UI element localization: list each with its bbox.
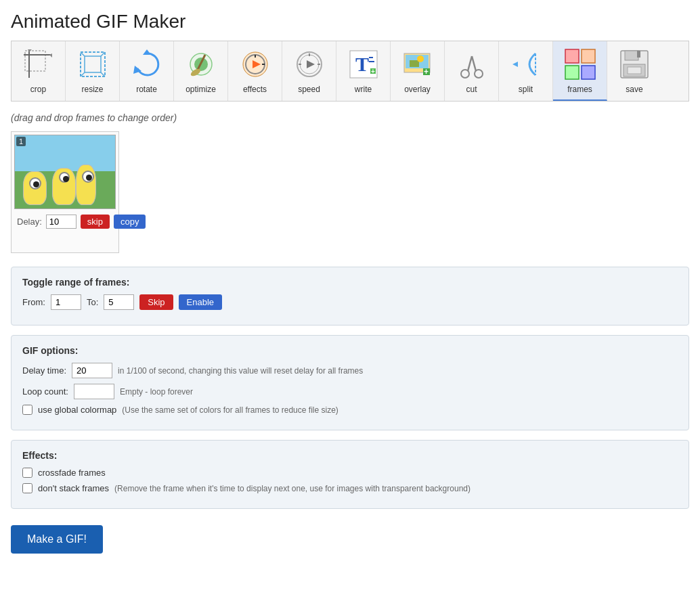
loop-row: Loop count: Empty - loop forever — [22, 384, 678, 399]
toolbar-label-overlay: overlay — [404, 85, 431, 94]
delay-hint: in 1/100 of second, changing this value … — [118, 366, 363, 376]
toolbar-item-frames[interactable]: frames — [553, 41, 607, 101]
svg-rect-48 — [565, 66, 579, 79]
toolbar-label-rotate: rotate — [136, 85, 157, 94]
toggle-range-row: From: To: Skip Enable — [22, 294, 678, 310]
delay-time-label: Delay time: — [22, 365, 66, 376]
toolbar-item-optimize[interactable]: optimize — [174, 41, 228, 101]
no-stack-label: don't stack frames — [38, 483, 109, 493]
svg-text:+: + — [424, 67, 429, 76]
toolbar-label-write: write — [355, 85, 372, 94]
frames-area: 1 Delay: skip copy — [11, 131, 689, 253]
no-stack-checkbox[interactable] — [22, 483, 32, 493]
speed-icon — [292, 47, 327, 82]
resize-icon — [75, 47, 110, 82]
toolbar: crop resize rotate — [11, 41, 689, 102]
gif-options-title: GIF options: — [22, 345, 678, 356]
toolbar-label-speed: speed — [298, 85, 320, 94]
from-input[interactable] — [51, 294, 81, 310]
svg-marker-44 — [512, 62, 518, 67]
toolbar-item-split[interactable]: split — [499, 41, 553, 101]
colormap-hint: (Use the same set of colors for all fram… — [122, 405, 338, 415]
toolbar-item-cut[interactable]: cut — [445, 41, 499, 101]
crossfade-checkbox[interactable] — [22, 468, 32, 478]
range-enable-button[interactable]: Enable — [179, 294, 222, 310]
toolbar-label-frames: frames — [567, 85, 592, 94]
svg-text:T: T — [355, 53, 369, 75]
loop-input[interactable] — [74, 384, 114, 399]
loop-hint: Empty - loop forever — [120, 387, 193, 397]
frame-controls: Delay: skip copy — [14, 213, 116, 230]
no-stack-hint: (Remove the frame when it's time to disp… — [114, 484, 471, 493]
copy-button[interactable]: copy — [114, 215, 146, 229]
overlay-icon: + — [400, 47, 435, 82]
svg-rect-0 — [25, 51, 45, 71]
delay-input[interactable] — [46, 215, 76, 229]
svg-rect-36 — [410, 60, 419, 67]
rotate-icon — [129, 47, 165, 82]
drag-hint: (drag and drop frames to change order) — [11, 112, 689, 123]
toolbar-item-speed[interactable]: speed — [282, 41, 336, 101]
svg-rect-47 — [582, 49, 595, 63]
toolbar-label-resize: resize — [81, 85, 103, 94]
toolbar-item-effects[interactable]: effects — [228, 41, 282, 101]
crossfade-row: crossfade frames — [22, 468, 678, 478]
toolbar-item-write[interactable]: T + write — [336, 41, 391, 101]
colormap-checkbox[interactable] — [22, 405, 32, 415]
svg-rect-6 — [85, 56, 101, 72]
svg-rect-52 — [637, 51, 640, 58]
svg-text:+: + — [371, 68, 375, 75]
delay-label: Delay: — [17, 217, 42, 227]
toolbar-label-cut: cut — [466, 85, 477, 94]
toolbar-item-save[interactable]: save — [607, 41, 661, 101]
effects-section: Effects: crossfade frames don't stack fr… — [11, 440, 689, 509]
effects-title: Effects: — [22, 450, 678, 461]
from-label: From: — [22, 297, 45, 307]
skip-button[interactable]: skip — [81, 215, 110, 229]
toolbar-item-rotate[interactable]: rotate — [120, 41, 174, 101]
range-skip-button[interactable]: Skip — [139, 294, 173, 310]
toggle-range-section: Toggle range of frames: From: To: Skip E… — [11, 267, 689, 326]
svg-line-43 — [472, 56, 476, 71]
toolbar-item-crop[interactable]: crop — [12, 41, 66, 101]
delay-time-input[interactable] — [72, 363, 112, 378]
effects-icon — [238, 47, 273, 82]
frames-icon — [563, 47, 598, 82]
frame-card[interactable]: 1 Delay: skip copy — [11, 131, 119, 253]
svg-rect-49 — [582, 66, 595, 79]
gif-options-section: GIF options: Delay time: in 1/100 of sec… — [11, 335, 689, 430]
to-label: To: — [87, 297, 98, 307]
colormap-label: use global colormap — [38, 405, 116, 415]
svg-rect-54 — [628, 67, 641, 74]
delay-row: Delay time: in 1/100 of second, changing… — [22, 363, 678, 378]
toolbar-item-overlay[interactable]: + overlay — [391, 41, 445, 101]
svg-rect-51 — [625, 51, 638, 60]
optimize-icon — [183, 47, 219, 82]
write-icon: T + — [346, 47, 381, 82]
no-stack-row: don't stack frames (Remove the frame whe… — [22, 483, 678, 493]
toolbar-label-effects: effects — [243, 85, 267, 94]
svg-marker-11 — [143, 49, 151, 55]
make-gif-button[interactable]: Make a GIF! — [11, 525, 103, 554]
cut-icon — [454, 47, 489, 82]
frame-image: 1 — [14, 135, 116, 209]
split-icon — [508, 47, 544, 82]
toolbar-label-crop: crop — [30, 85, 46, 94]
page-title: Animated GIF Maker — [11, 11, 689, 32]
save-icon — [617, 47, 652, 82]
toolbar-label-split: split — [519, 85, 533, 94]
toggle-range-title: Toggle range of frames: — [22, 277, 678, 288]
toolbar-label-save: save — [626, 85, 642, 94]
toolbar-label-optimize: optimize — [185, 85, 216, 94]
svg-point-37 — [417, 55, 424, 62]
frame-number: 1 — [16, 137, 26, 146]
toolbar-item-resize[interactable]: resize — [66, 41, 120, 101]
crop-icon — [21, 47, 56, 82]
loop-label: Loop count: — [22, 386, 68, 397]
colormap-row: use global colormap (Use the same set of… — [22, 405, 678, 415]
crossfade-label: crossfade frames — [38, 468, 106, 478]
svg-rect-46 — [565, 49, 579, 63]
to-input[interactable] — [104, 294, 134, 310]
svg-line-42 — [468, 56, 472, 71]
